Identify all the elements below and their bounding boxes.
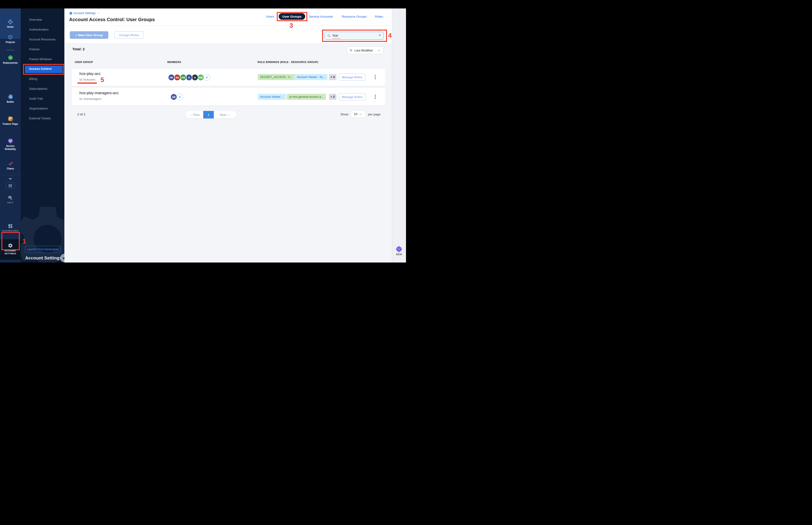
add-member-button[interactable]: + bbox=[203, 74, 210, 81]
dashboards-icon bbox=[8, 224, 13, 228]
sidebar-item-projects[interactable]: Projects bbox=[0, 34, 21, 44]
sort-label: Last Modified bbox=[354, 49, 373, 52]
annotation-box-step2 bbox=[23, 64, 64, 75]
add-member-button[interactable]: + bbox=[177, 93, 183, 100]
harness-home-icon bbox=[7, 19, 13, 25]
service-reliability-icon bbox=[7, 138, 13, 144]
tab-resource-groups[interactable]: Resource Groups bbox=[342, 15, 367, 18]
role-binding-chip[interactable]: Account Viewer - hc... bbox=[294, 74, 327, 80]
member-avatar[interactable]: NM bbox=[197, 74, 204, 81]
gear-icon bbox=[8, 243, 13, 248]
tab-roles[interactable]: Roles bbox=[375, 15, 383, 18]
sidebar-item-feature-flags[interactable]: Feature Flags bbox=[0, 116, 21, 126]
sidebar-item-account-settings[interactable]: ACCOUNT SETTINGS bbox=[0, 243, 21, 255]
role-binding-chip[interactable]: SECRET_ACCESS - h... bbox=[258, 74, 295, 80]
grid-icon bbox=[9, 184, 12, 187]
more-bindings-badge[interactable]: + 2 bbox=[329, 94, 336, 100]
tab-service-accounts[interactable]: Service Accounts bbox=[309, 15, 333, 18]
tab-users[interactable]: Users bbox=[266, 15, 274, 18]
deployments-icon: ∞ bbox=[7, 55, 13, 61]
total-count: Total: 2 bbox=[72, 47, 85, 51]
right-edge-strip bbox=[392, 9, 406, 262]
annotation-box-step4 bbox=[322, 30, 387, 42]
sidebar-item-label: ACCOUNT SETTINGS bbox=[3, 249, 18, 255]
gear-watermark bbox=[21, 199, 64, 262]
module-rail: Home Projects ∞ Deployments Bu bbox=[0, 9, 21, 262]
chevron-left-icon bbox=[62, 257, 64, 260]
sidebar-item-label: Deployments bbox=[0, 62, 21, 65]
per-page-label: per page bbox=[368, 112, 380, 116]
row-menu-icon[interactable] bbox=[373, 94, 377, 100]
annotation-number-5: 5 bbox=[101, 76, 104, 84]
manage-roles-button[interactable]: Manage Roles bbox=[339, 74, 366, 80]
svg-text:∞: ∞ bbox=[10, 56, 11, 59]
sidebar-item-label: Feature Flags bbox=[2, 123, 18, 126]
page-size-select[interactable]: 10 bbox=[351, 110, 365, 118]
feature-flags-icon bbox=[7, 116, 13, 122]
manage-roles-button[interactable]: Manage Roles bbox=[339, 93, 366, 100]
new-user-group-button[interactable]: + New User Group bbox=[70, 31, 108, 39]
menu-item-subscriptions[interactable]: Subscriptions bbox=[29, 87, 62, 91]
sort-arrows-icon bbox=[349, 49, 353, 52]
sidebar-item-service-reliability[interactable]: Service Reliability bbox=[0, 138, 21, 151]
app-window: Home Projects ∞ Deployments Bu bbox=[0, 0, 406, 262]
chevron-down-icon[interactable] bbox=[9, 178, 12, 180]
menu-item-organizations[interactable]: Organizations bbox=[29, 106, 62, 111]
role-binding-chip[interactable]: pr-env-general-access-a... bbox=[287, 94, 326, 100]
member-avatar[interactable]: S bbox=[186, 74, 193, 81]
user-group-row[interactable]: hce-play-managers-acc Id: hcemanagers AB… bbox=[72, 88, 386, 106]
sidebar-item-dashboards[interactable]: DASHBOARDS bbox=[0, 224, 21, 232]
sidebar-item-label: Chaos bbox=[0, 167, 21, 170]
assign-roles-button[interactable]: Assign Roles bbox=[114, 31, 144, 39]
annotation-underline-step5 bbox=[78, 82, 97, 84]
member-avatar[interactable]: HK bbox=[168, 74, 175, 81]
chevron-down-icon bbox=[359, 112, 362, 115]
column-header-role-bindings: ROLE BINDINGS (ROLE - RESOURCE GROUP) bbox=[258, 61, 318, 63]
annotation-number-3: 3 bbox=[289, 22, 293, 29]
sort-dropdown[interactable]: Last Modified bbox=[347, 46, 383, 54]
user-group-row[interactable]: hce-play-acc Id: hceusers HK AS AM S A N… bbox=[72, 69, 386, 86]
chevron-down-icon bbox=[378, 49, 380, 51]
show-label: Show bbox=[340, 112, 349, 116]
sidebar-item-deployments[interactable]: ∞ Deployments bbox=[0, 55, 21, 65]
pagination: ← Prev 1 Next → bbox=[186, 111, 236, 118]
launch-first-generation-button[interactable]: Launch First Generation bbox=[25, 246, 61, 253]
menu-item-policies[interactable]: Policies bbox=[29, 47, 62, 52]
annotation-box-step3 bbox=[277, 12, 307, 21]
breadcrumb[interactable]: Account Settings bbox=[74, 12, 96, 15]
sidebar-item-builds[interactable]: Builds bbox=[0, 94, 21, 104]
menu-item-account-resources[interactable]: Account Resources bbox=[29, 37, 62, 42]
aida-icon[interactable] bbox=[396, 246, 402, 252]
menu-item-external-tickets[interactable]: External Tickets bbox=[29, 116, 62, 121]
menu-item-audit-trail[interactable]: Audit Trail bbox=[29, 96, 62, 101]
menu-item-billing[interactable]: Billing bbox=[29, 77, 62, 81]
sidebar-item-home[interactable]: Home bbox=[0, 19, 21, 29]
member-avatar[interactable]: AS bbox=[174, 74, 181, 81]
member-avatar[interactable]: AB bbox=[170, 93, 177, 100]
group-name[interactable]: hce-play-acc bbox=[79, 72, 101, 76]
annotation-number-1: 1 bbox=[22, 238, 26, 245]
more-bindings-badge[interactable]: + 4 bbox=[329, 74, 336, 80]
menu-item-overview[interactable]: Overview bbox=[29, 17, 62, 22]
member-avatar[interactable]: AM bbox=[180, 74, 186, 81]
next-page-button[interactable]: Next → bbox=[214, 111, 236, 118]
page-number-button[interactable]: 1 bbox=[203, 111, 214, 118]
settings-panel: Overview Authentication Account Resource… bbox=[21, 9, 64, 262]
column-header-user-group: USER GROUP bbox=[75, 61, 93, 63]
sidebar-item-chaos[interactable]: Chaos bbox=[0, 161, 21, 170]
page-size-value: 10 bbox=[354, 112, 357, 116]
menu-item-freeze-windows[interactable]: Freeze Windows bbox=[29, 57, 62, 62]
role-binding-chip[interactable]: Account Viewer ... bbox=[258, 94, 286, 100]
svg-text:?: ? bbox=[10, 196, 11, 198]
row-menu-icon[interactable] bbox=[373, 74, 377, 80]
sidebar-item-help[interactable]: ? HELP bbox=[0, 196, 21, 204]
column-header-members: MEMBERS bbox=[167, 61, 181, 63]
group-name[interactable]: hce-play-managers-acc bbox=[79, 91, 119, 95]
aida-label: AIDA bbox=[392, 253, 406, 256]
builds-icon bbox=[7, 94, 13, 100]
prev-page-button[interactable]: ← Prev bbox=[186, 111, 203, 118]
menu-item-authentication[interactable]: Authentication bbox=[29, 27, 62, 32]
module-picker-button[interactable] bbox=[6, 182, 15, 189]
sidebar-item-label: Service Reliability bbox=[2, 145, 19, 151]
member-avatar[interactable]: A bbox=[191, 74, 198, 81]
